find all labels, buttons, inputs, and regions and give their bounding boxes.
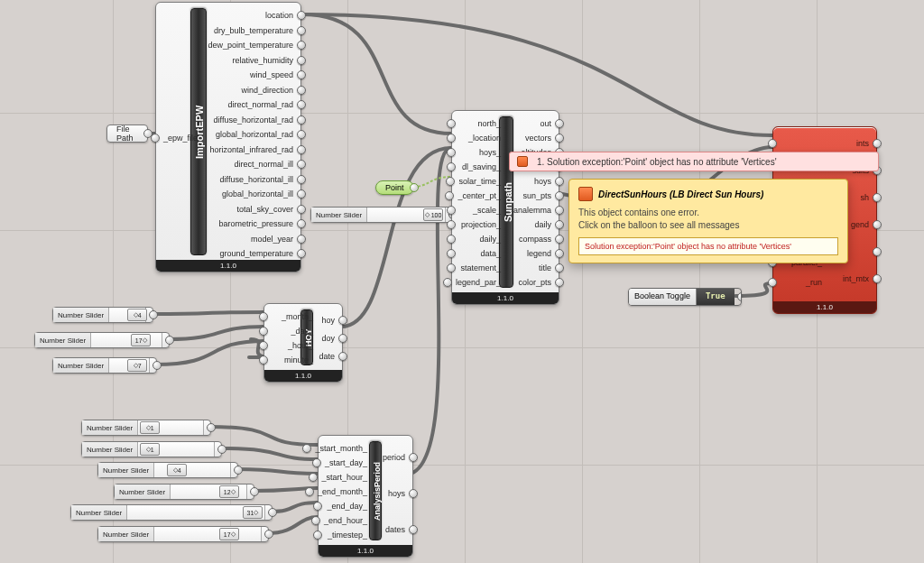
- slider-scale[interactable]: Number Slider ◇100: [310, 207, 453, 223]
- port-dl_saving_[interactable]: dl_saving_: [452, 160, 501, 174]
- port-direct_normal_rad[interactable]: direct_normal_rad: [227, 97, 300, 112]
- port-hoys[interactable]: hoys: [388, 486, 412, 501]
- port-dates[interactable]: dates: [385, 522, 412, 537]
- port-relative_humidity[interactable]: relative_humidity: [232, 53, 300, 68]
- port-_start_day_[interactable]: _start_day_: [319, 456, 367, 470]
- port-diffuse_horizontal_ill[interactable]: diffuse_horizontal_ill: [220, 172, 300, 187]
- port-doy[interactable]: doy: [321, 331, 342, 346]
- slider-ap-end-month[interactable]: Number Slider12 ◇: [114, 484, 254, 500]
- version-label: 1.1.0: [156, 260, 300, 272]
- port-daily_[interactable]: daily_: [452, 232, 501, 246]
- component-hoy[interactable]: HOY _month__day__hour_minute_hoydoydate …: [263, 303, 343, 383]
- port-hoy[interactable]: hoy: [321, 313, 342, 328]
- port-horizontal_infrared_rad[interactable]: horizontal_infrared_rad: [209, 143, 300, 157]
- port-_day_[interactable]: _day_: [264, 324, 313, 338]
- ap-title: AnalysisPeriod: [369, 441, 382, 540]
- port-_end_day_[interactable]: _end_day_: [319, 499, 367, 513]
- point-param[interactable]: Point: [375, 180, 414, 195]
- slider-ap-start-month[interactable]: Number Slider◇ 1: [81, 420, 211, 436]
- port-_center_pt_[interactable]: _center_pt_: [452, 189, 501, 203]
- slider-hoy-day[interactable]: Number Slider17 ◇: [34, 332, 170, 348]
- port-dry_bulb_temperature[interactable]: dry_bulb_temperature: [214, 23, 300, 38]
- port-_end_month_[interactable]: _end_month_: [319, 485, 367, 499]
- port-direct_normal_ill[interactable]: direct_normal_ill: [234, 157, 300, 171]
- port-barometric_pressure[interactable]: barometric_pressure: [218, 217, 300, 231]
- port-location[interactable]: location: [265, 8, 300, 23]
- port-_end_hour_[interactable]: _end_hour_: [319, 513, 367, 528]
- port-compass[interactable]: compass: [519, 232, 559, 246]
- file-path-label: File Path: [116, 125, 138, 143]
- slider-ap-start-hour[interactable]: Number Slider◇ 4: [97, 462, 238, 478]
- import-epw-in-epw-file[interactable]: _epw_file: [156, 131, 198, 145]
- port-data_[interactable]: data_: [452, 246, 501, 261]
- port-diffuse_horizontal_rad[interactable]: diffuse_horizontal_rad: [214, 113, 300, 127]
- component-analysis-period[interactable]: AnalysisPeriod _start_month__start_day__…: [318, 435, 413, 558]
- toggle-value[interactable]: True: [697, 289, 735, 305]
- warning-icon: [578, 187, 593, 201]
- slider-ap-start-day[interactable]: Number Slider◇ 1: [81, 441, 222, 457]
- port-int_mtx[interactable]: int_mtx: [843, 272, 876, 286]
- error-message-strip[interactable]: 1. Solution exception:'Point' object has…: [509, 152, 879, 171]
- port-_scale_[interactable]: _scale_: [452, 203, 501, 217]
- port-title[interactable]: title: [539, 261, 559, 275]
- port-global_horizontal_rad[interactable]: global_horizontal_rad: [216, 127, 300, 142]
- port-legend_par_[interactable]: legend_par_: [452, 275, 501, 290]
- component-import-epw[interactable]: ImportEPW _epw_file locationdry_bulb_tem…: [155, 2, 301, 272]
- port-_hour_[interactable]: _hour_: [264, 338, 313, 353]
- warning-icon: [517, 156, 528, 167]
- port-hoys_[interactable]: hoys_: [452, 145, 501, 160]
- error-balloon[interactable]: DirectSunHours (LB Direct Sun Hours) Thi…: [568, 179, 848, 263]
- port-sh[interactable]: sh: [860, 190, 876, 205]
- port-period[interactable]: period: [383, 450, 412, 465]
- port-_start_month_[interactable]: _start_month_: [319, 441, 367, 456]
- port-analemma[interactable]: analemma: [513, 203, 559, 217]
- slider-ap-end-day[interactable]: Number Slider31 ◇: [70, 504, 273, 521]
- file-path-param[interactable]: File Path: [106, 125, 148, 143]
- port-wind_speed[interactable]: wind_speed: [250, 68, 300, 82]
- slider-hoy-month[interactable]: Number Slider◇ 4: [52, 307, 153, 323]
- port-out[interactable]: out: [540, 116, 559, 131]
- port-daily[interactable]: daily: [534, 217, 559, 232]
- port-gend[interactable]: gend: [851, 217, 876, 232]
- port-unused[interactable]: [773, 136, 822, 151]
- boolean-toggle[interactable]: Boolean Toggle True: [628, 288, 742, 306]
- balloon-error-text: Solution exception:'Point' object has no…: [578, 237, 838, 255]
- port-_start_hour_[interactable]: _start_hour_: [319, 470, 367, 485]
- balloon-title: DirectSunHours (LB Direct Sun Hours): [598, 189, 763, 199]
- port-solar_time_[interactable]: solar_time_: [452, 174, 501, 189]
- port-minute_[interactable]: minute_: [264, 353, 313, 367]
- port-sun_pts[interactable]: sun_pts: [522, 189, 559, 203]
- port-_location[interactable]: _location: [452, 131, 501, 145]
- port-north_[interactable]: north_: [452, 116, 501, 131]
- port-unused[interactable]: [869, 245, 876, 259]
- port-ints[interactable]: ints: [856, 136, 876, 151]
- slider-hoy-hour[interactable]: Number Slider◇ 7: [52, 357, 157, 374]
- port-dew_point_temperature[interactable]: dew_point_temperature: [208, 38, 300, 52]
- port-ground_temperature[interactable]: ground_temperature: [219, 246, 300, 261]
- component-sunpath[interactable]: Sunpath north__locationhoys_dl_saving_so…: [451, 110, 559, 305]
- port-total_sky_cover[interactable]: total_sky_cover: [236, 202, 300, 217]
- port-hoys[interactable]: hoys: [534, 174, 559, 189]
- port-color_pts[interactable]: color_pts: [518, 275, 559, 290]
- port-vectors[interactable]: vectors: [525, 131, 559, 145]
- port-date[interactable]: date: [319, 349, 342, 364]
- port-global_horizontal_ill[interactable]: global_horizontal_ill: [222, 187, 300, 201]
- sunpath-title: Sunpath: [499, 116, 513, 288]
- port-wind_direction[interactable]: wind_direction: [241, 83, 300, 97]
- port-_run[interactable]: _run: [773, 275, 822, 290]
- port-model_year[interactable]: model_year: [251, 232, 300, 246]
- port-_month_[interactable]: _month_: [264, 309, 313, 324]
- port-_timestep_[interactable]: _timestep_: [319, 528, 367, 542]
- port-legend[interactable]: legend: [527, 246, 559, 261]
- port-statement_[interactable]: statement_: [452, 261, 501, 275]
- port-projection_[interactable]: projection_: [452, 217, 501, 232]
- slider-ap-end-hour[interactable]: Number Slider17 ◇: [97, 526, 269, 542]
